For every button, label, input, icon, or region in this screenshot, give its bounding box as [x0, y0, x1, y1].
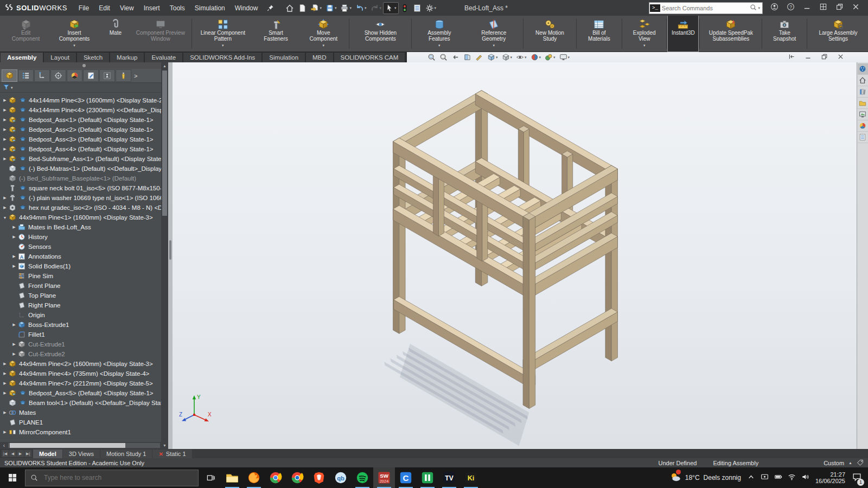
expand-arrow[interactable]: ▶ — [11, 323, 17, 327]
taskbar-app-chrome-2[interactable] — [286, 467, 308, 488]
open-icon[interactable]: ▾ — [309, 3, 323, 14]
layout-grid-icon[interactable] — [819, 3, 827, 13]
tag-icon[interactable] — [857, 459, 864, 467]
tree-item-beam-tool-1-default-def[interactable]: Beam tool<1> (Default) <<Default>_Displa… — [0, 398, 168, 408]
doc-restore-icon[interactable] — [821, 53, 828, 62]
taskbar-clock[interactable]: 21:27 16/06/2025 — [815, 471, 845, 485]
print-icon[interactable]: ▾ — [339, 3, 353, 14]
scroll-left-arrow[interactable]: ‹ — [0, 442, 8, 449]
view-settings-icon[interactable]: ▾ — [559, 53, 570, 61]
start-button[interactable] — [0, 467, 25, 488]
tab-solidworks-add-ins[interactable]: SOLIDWORKS Add-Ins — [183, 53, 261, 62]
ribbon-button-show-hidden-components[interactable]: Show Hidden Components — [350, 16, 410, 52]
tree-item-bedpost-ass-4-default-di[interactable]: ▶Bedpost_Ass<4> (Default) <Display State… — [0, 144, 168, 154]
graphics-viewport[interactable]: Y X Z — [173, 62, 857, 449]
panel-tab-configuration-manager[interactable] — [50, 69, 66, 82]
expand-arrow[interactable]: ▶ — [11, 352, 17, 356]
taskbar-app-kicad[interactable]: Ki — [460, 467, 482, 488]
expand-arrow[interactable]: ▶ — [2, 391, 8, 395]
doc-close-icon[interactable] — [837, 53, 844, 62]
battery-icon[interactable] — [774, 473, 782, 483]
pin-icon[interactable] — [263, 4, 278, 11]
tab-markup[interactable]: Markup — [110, 53, 144, 62]
tree-item-44x94mm-pine-4-735mm-dis[interactable]: ▶44x94mm Pine<4> (735mm) <Display State-… — [0, 369, 168, 378]
expand-arrow[interactable]: ▶ — [11, 225, 17, 229]
help-icon[interactable]: ? — [787, 3, 795, 13]
view-palette-icon[interactable] — [858, 109, 868, 120]
command-search[interactable]: >_ ▾ — [649, 2, 763, 14]
tree-item-plane1[interactable]: PLANE1 — [0, 418, 168, 427]
tree-item-bedpost-ass-3-default-di[interactable]: ▶Bedpost_Ass<3> (Default) <Display State… — [0, 134, 168, 144]
expand-arrow[interactable]: ▶ — [2, 147, 8, 151]
ribbon-button-assembly-features[interactable]: Assembly Features▾ — [413, 16, 465, 52]
taskbar-app-solidworks-2024[interactable]: SW2024 — [373, 467, 395, 488]
tab-assembly[interactable]: Assembly — [1, 53, 43, 62]
menu-window[interactable]: Window — [230, 4, 263, 12]
expand-arrow[interactable]: ▶ — [11, 264, 17, 268]
search-dropdown-caret[interactable]: ▾ — [758, 6, 760, 10]
panel-tab-markup-manager[interactable] — [83, 69, 99, 82]
prev-window-icon[interactable] — [788, 53, 795, 62]
tree-item-hex-nut-gradec-iso-2-iso[interactable]: ▶hex nut gradec_iso<2> (ISO - 4034 - M8 … — [0, 203, 168, 213]
tree-vertical-scrollbar[interactable]: ▲ ▼ — [161, 62, 168, 449]
menu-tools[interactable]: Tools — [165, 4, 190, 12]
expand-arrow[interactable]: ▶ — [2, 430, 8, 434]
panel-height-grip[interactable] — [0, 62, 168, 69]
tab-evaluate[interactable]: Evaluate — [145, 53, 182, 62]
cast-icon[interactable] — [761, 473, 769, 483]
panel-tab-property-manager[interactable] — [34, 69, 50, 82]
expand-arrow[interactable]: ▶ — [2, 381, 8, 386]
section-view-icon[interactable] — [463, 53, 471, 61]
close-icon[interactable] — [852, 3, 860, 13]
ribbon-button-update-speedpak-subassemblies[interactable]: Update SpeedPak Subassemblies — [701, 16, 761, 52]
previous-view-icon[interactable] — [451, 53, 459, 61]
home-tab-icon[interactable] — [858, 75, 868, 86]
taskbar-app-file-explorer[interactable] — [221, 467, 243, 488]
expand-arrow[interactable]: ▶ — [11, 342, 17, 346]
tree-item-annotations[interactable]: ▶AAnnotations — [0, 252, 168, 261]
doc-tab-model[interactable]: Model — [33, 450, 62, 458]
chevron-up-icon[interactable] — [747, 473, 755, 483]
expand-arrow[interactable]: ▶ — [11, 254, 17, 259]
weather-widget[interactable]: 18°C Deels zonnig — [669, 472, 741, 484]
tree-item-origin[interactable]: Origin — [0, 310, 168, 320]
display-style-icon[interactable]: ▾ — [502, 53, 513, 61]
ribbon-button-insert-components[interactable]: Insert Components▾ — [48, 16, 100, 52]
tree-item-bedpost-ass-2-default-di[interactable]: ▶Bedpost_Ass<2> (Default) <Display State… — [0, 125, 168, 134]
custom-properties-icon[interactable] — [858, 132, 868, 143]
taskbar-app-firefox[interactable] — [243, 467, 265, 488]
taskbar-app-green-app[interactable] — [417, 467, 438, 488]
custom-config[interactable]: Custom — [824, 460, 844, 466]
measure-icon[interactable] — [475, 53, 483, 61]
tree-item-fillet1[interactable]: Fillet1 — [0, 330, 168, 339]
expand-arrow[interactable]: ▶ — [2, 196, 8, 200]
scroll-down-arrow[interactable]: ▼ — [161, 442, 168, 449]
hide-show-items-icon[interactable]: ▾ — [516, 53, 527, 61]
bed-loft-model[interactable] — [173, 62, 857, 449]
restore-icon[interactable] — [835, 3, 844, 13]
menu-view[interactable]: View — [115, 4, 139, 12]
doc-tab-static-1[interactable]: ✕Static 1 — [152, 450, 192, 458]
taskbar-app-cursor[interactable]: C — [395, 467, 417, 488]
expand-arrow[interactable]: ▶ — [2, 137, 8, 142]
tree-item-pine-sim[interactable]: Pine Sim — [0, 271, 168, 281]
taskbar-app-tradingview[interactable]: TV — [438, 467, 460, 488]
ribbon-button-take-snapshot[interactable]: Take Snapshot — [763, 16, 806, 52]
expand-arrow[interactable]: ▶ — [2, 362, 8, 366]
tree-item-44x94mm-pine-2-1600mm-di[interactable]: ▶44x94mm Pine<2> (1600mm) <Display State… — [0, 359, 168, 369]
panel-tab-assembly-manager[interactable] — [2, 69, 17, 82]
tree-item-44x94mm-pine-1-1600mm-di[interactable]: ▼44x94mm Pine<1> (1600mm) <Display State… — [0, 213, 168, 222]
menu-simulation[interactable]: Simulation — [190, 4, 230, 12]
notification-center[interactable]: 1 — [852, 472, 861, 484]
wifi-icon[interactable] — [788, 473, 796, 483]
save-icon[interactable]: ▾ — [324, 3, 339, 14]
tree-item-front-plane[interactable]: Front Plane — [0, 281, 168, 291]
ribbon-button-instant3d[interactable]: Instant3D — [668, 16, 698, 52]
ribbon-button-new-motion-study[interactable]: New Motion Study — [525, 16, 575, 52]
taskbar-app-chrome[interactable] — [265, 467, 286, 488]
tree-item-cut-extrude2[interactable]: ▶Cut-Extrude2 — [0, 349, 168, 359]
tree-item-44x94mm-pine-7-2212mm-di[interactable]: ▶44x94mm Pine<7> (2212mm) <Display State… — [0, 378, 168, 388]
expand-arrow[interactable]: ▶ — [2, 206, 8, 210]
sw-resources-icon[interactable] — [858, 63, 868, 75]
filter-caret[interactable]: ▾ — [11, 86, 13, 90]
